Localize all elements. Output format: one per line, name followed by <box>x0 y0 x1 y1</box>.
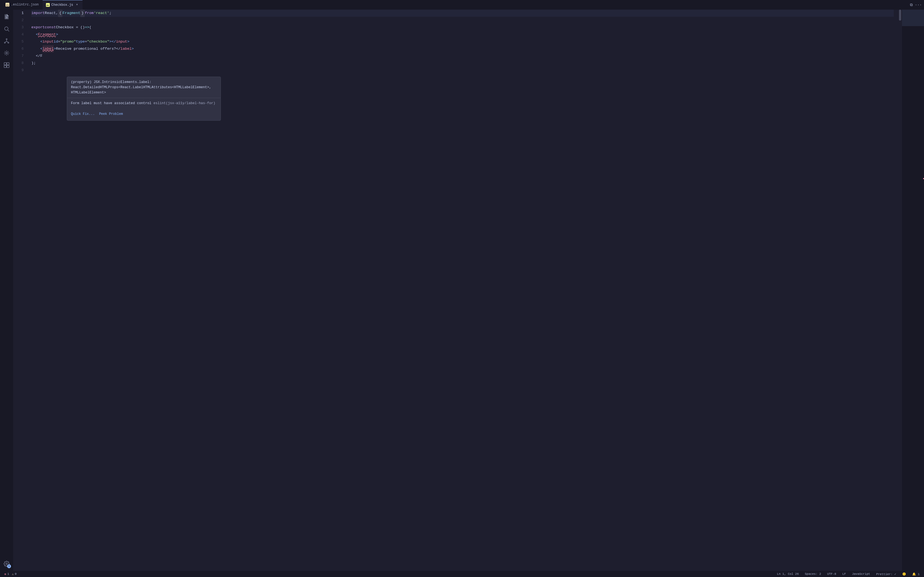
activity-debug-icon[interactable] <box>2 48 11 58</box>
token-label-tag: label <box>43 45 54 53</box>
warning-icon: ⚠ <box>12 572 14 576</box>
svg-text:{}: {} <box>6 4 9 6</box>
tooltip-box: (property) JSX.IntrinsicElements.label: … <box>67 77 221 121</box>
activity-files-icon[interactable] <box>2 12 11 22</box>
svg-text:JS: JS <box>46 4 49 6</box>
svg-line-11 <box>6 42 8 42</box>
code-line-3: export const Checkbox = () => ( <box>31 24 894 31</box>
line-number-5: 5 <box>13 38 27 45</box>
main-layout: 1 1 2 3 4 5 6 7 8 9 import <box>0 10 924 571</box>
js-icon: JS <box>46 3 50 7</box>
tooltip-actions: Quick Fix... Peek Problem <box>67 109 221 120</box>
error-icon: ⊗ <box>5 572 6 576</box>
tab-checkbox[interactable]: JS Checkbox.js × <box>43 0 82 10</box>
svg-point-17 <box>6 563 7 565</box>
editor-content[interactable]: 1 2 3 4 5 6 7 8 9 import React, { Fragme… <box>13 10 924 571</box>
code-line-7: </ F <box>31 53 894 60</box>
activity-settings-icon[interactable]: 1 <box>2 559 11 569</box>
code-line-5: < input id = "promo" type = "checkbox" >… <box>31 38 894 45</box>
tab-checkbox-label: Checkbox.js <box>52 3 73 7</box>
scrollbar-thumb[interactable] <box>899 10 901 21</box>
activity-bottom: 1 <box>2 559 11 569</box>
tab-actions: ⧉ ··· <box>910 3 922 7</box>
status-line-ending[interactable]: LF <box>841 572 847 575</box>
status-bar: ⊗ 1 ⚠ 0 Ln 1, Col 26 Spaces: 2 UTF-8 LF … <box>0 571 924 577</box>
tooltip-error-message: Form label must have associated control … <box>67 98 221 109</box>
code-content[interactable]: import React, { Fragment } from 'react' … <box>27 10 898 571</box>
tab-bar: {} .eslintrc.json JS Checkbox.js × ⧉ ··· <box>0 0 924 10</box>
settings-badge: 1 <box>7 564 11 568</box>
peek-problem-button[interactable]: Peek Problem <box>99 110 123 118</box>
quick-fix-button[interactable]: Quick Fix... <box>71 110 95 118</box>
status-formatter[interactable]: Prettier: ✓ <box>875 572 897 576</box>
activity-git-icon[interactable] <box>2 36 11 46</box>
hover-tooltip: (property) JSX.IntrinsicElements.label: … <box>67 77 221 121</box>
tooltip-type-info: (property) JSX.IntrinsicElements.label: … <box>67 77 221 98</box>
svg-point-7 <box>5 42 5 44</box>
token-close-brace: } <box>80 10 85 17</box>
code-line-6: < label > Receive promotional offers?</ … <box>31 45 894 53</box>
activity-bar: 1 <box>0 10 13 571</box>
code-line-2 <box>31 17 894 24</box>
line-number-3: 3 <box>13 24 27 31</box>
minimap-highlight <box>902 10 924 26</box>
status-spaces[interactable]: Spaces: 2 <box>804 572 822 575</box>
line-number-9: 9 <box>13 67 27 74</box>
minimap <box>902 10 924 571</box>
code-line-1: import React, { Fragment } from 'react' … <box>31 10 894 17</box>
activity-search-icon[interactable] <box>2 24 11 34</box>
status-errors[interactable]: ⊗ 1 ⚠ 0 <box>3 572 18 576</box>
more-actions-icon[interactable]: ··· <box>915 3 922 7</box>
line-number-8: 8 <box>13 60 27 67</box>
status-language[interactable]: JavaScript <box>851 572 871 575</box>
svg-rect-14 <box>7 63 9 65</box>
svg-rect-15 <box>4 65 6 68</box>
tab-eslintrc[interactable]: {} .eslintrc.json <box>2 0 42 10</box>
token-open-brace: { <box>58 10 62 17</box>
status-encoding[interactable]: UTF-8 <box>826 572 837 575</box>
status-notifications[interactable]: 🔔 1 <box>911 572 921 576</box>
scrollbar[interactable] <box>898 10 902 571</box>
status-smiley[interactable]: 🙂 <box>901 572 907 576</box>
split-editor-icon[interactable]: ⧉ <box>910 3 913 7</box>
code-line-9 <box>31 67 894 74</box>
svg-rect-13 <box>4 63 6 65</box>
line-number-7: 7 <box>13 53 27 60</box>
json-icon: {} <box>5 3 9 6</box>
svg-point-6 <box>6 39 7 40</box>
line-number-1: 1 <box>13 10 27 17</box>
svg-rect-16 <box>7 65 9 68</box>
line-number-4: 4 <box>13 31 27 38</box>
editor-area: 1 2 3 4 5 6 7 8 9 import React, { Fragme… <box>13 10 924 571</box>
status-position[interactable]: Ln 1, Col 26 <box>776 572 800 575</box>
token-import: import <box>31 10 45 17</box>
line-numbers: 1 2 3 4 5 6 7 8 9 <box>13 10 27 571</box>
svg-point-4 <box>5 27 8 31</box>
tab-close-button[interactable]: × <box>75 3 79 7</box>
activity-extensions-icon[interactable] <box>2 60 11 70</box>
svg-point-8 <box>8 42 9 44</box>
status-left: ⊗ 1 ⚠ 0 <box>3 572 18 576</box>
line-number-6: 6 <box>13 45 27 53</box>
svg-line-5 <box>8 30 9 31</box>
status-right: Ln 1, Col 26 Spaces: 2 UTF-8 LF JavaScri… <box>776 572 921 576</box>
code-line-4: < Fragment > <box>31 31 894 38</box>
tab-eslintrc-label: .eslintrc.json <box>11 3 39 6</box>
line-number-2: 2 <box>13 17 27 24</box>
code-line-8: ); <box>31 60 894 67</box>
svg-point-12 <box>6 52 7 54</box>
svg-line-10 <box>5 42 6 42</box>
token-fragment-tag: Fragment <box>38 31 56 38</box>
